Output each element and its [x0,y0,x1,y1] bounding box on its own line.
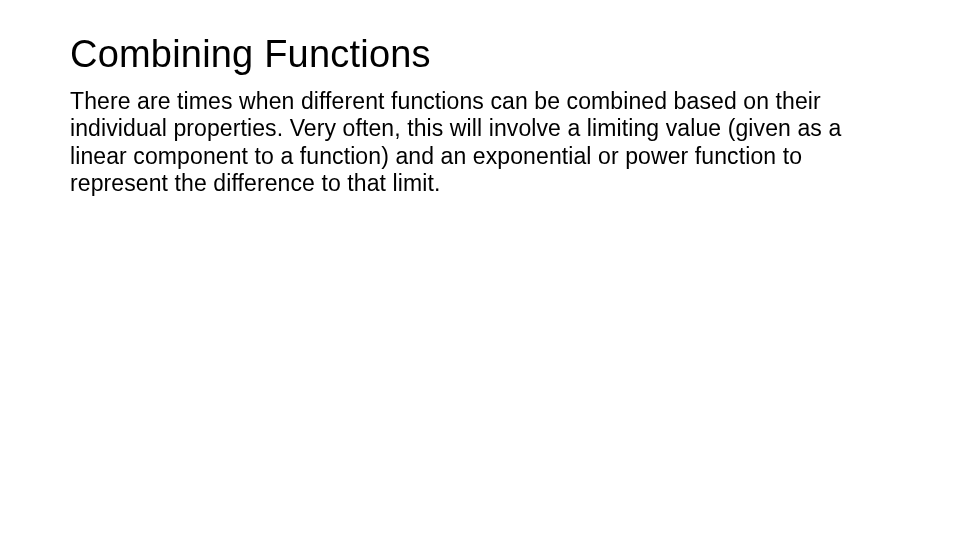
slide-title: Combining Functions [70,32,890,78]
slide-body-text: There are times when different functions… [70,88,890,198]
